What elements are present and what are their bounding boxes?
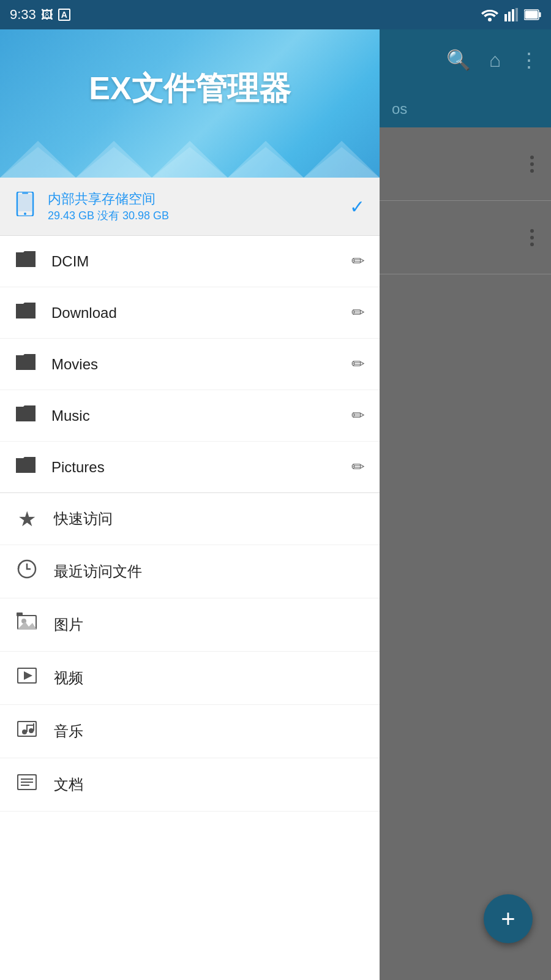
nav-label-photos: 图片	[54, 615, 83, 635]
status-bar: 9:33 🖼 A	[0, 0, 551, 29]
svg-rect-29	[26, 725, 34, 726]
svg-rect-19	[17, 612, 23, 616]
folder-icon-download	[15, 301, 37, 325]
time-display: 9:33	[10, 7, 36, 23]
right-topbar: 🔍 ⌂ ⋮	[380, 29, 551, 91]
nav-label-music: 音乐	[54, 722, 83, 741]
photos-icon	[15, 612, 39, 638]
edit-icon-pictures[interactable]: ✏	[351, 458, 365, 477]
edit-icon-download[interactable]: ✏	[351, 303, 365, 322]
folder-item-dcim[interactable]: DCIM ✏	[0, 236, 380, 287]
storage-detail: 29.43 GB 没有 30.98 GB	[48, 208, 337, 223]
folder-item-pictures[interactable]: Pictures ✏	[0, 442, 380, 492]
documents-icon	[15, 772, 39, 797]
storage-name: 内部共享存储空间	[48, 190, 337, 208]
nav-item-photos[interactable]: 图片	[0, 598, 380, 652]
more-dots-1[interactable]	[525, 151, 539, 178]
gray-area	[380, 127, 551, 980]
folder-item-movies[interactable]: Movies ✏	[0, 339, 380, 390]
svg-rect-13	[22, 193, 28, 194]
folder-list: DCIM ✏ Download ✏ Movies ✏	[0, 236, 380, 493]
history-icon	[15, 559, 39, 584]
svg-rect-28	[33, 723, 34, 731]
nav-label-recent: 最近访问文件	[54, 562, 142, 581]
music-icon	[15, 718, 39, 744]
nav-item-recent[interactable]: 最近访问文件	[0, 545, 380, 598]
svg-rect-11	[18, 194, 32, 211]
folder-item-music[interactable]: Music ✏	[0, 390, 380, 442]
nav-item-documents[interactable]: 文档	[0, 758, 380, 812]
storage-info: 内部共享存储空间 29.43 GB 没有 30.98 GB	[48, 190, 337, 223]
svg-point-0	[488, 18, 492, 21]
folder-icon-pictures	[15, 455, 37, 479]
svg-point-26	[29, 728, 34, 733]
nav-label-quick-access: 快速访问	[54, 509, 113, 529]
folder-icon-music	[15, 404, 37, 428]
svg-rect-34	[21, 785, 29, 786]
home-icon[interactable]: ⌂	[489, 49, 501, 72]
svg-rect-33	[21, 782, 33, 783]
status-bar-right	[481, 8, 541, 21]
svg-rect-2	[508, 12, 511, 21]
more-dots-2[interactable]	[525, 224, 539, 251]
svg-rect-1	[504, 14, 507, 21]
subtitle-text: os	[392, 100, 407, 118]
nav-list: ★ 快速访问 最近访问文件	[0, 493, 380, 980]
edit-icon-music[interactable]: ✏	[351, 406, 365, 425]
app-title: EX文件管理器	[89, 67, 290, 110]
wifi-icon	[481, 8, 498, 21]
folder-name-pictures: Pictures	[51, 459, 337, 476]
nav-label-documents: 文档	[54, 775, 83, 794]
svg-point-12	[24, 213, 26, 215]
storage-item[interactable]: 内部共享存储空间 29.43 GB 没有 30.98 GB ✓	[0, 178, 380, 236]
gray-list-item-1	[380, 127, 551, 201]
search-icon[interactable]: 🔍	[446, 48, 471, 72]
text-icon: A	[58, 9, 70, 21]
nav-item-quick-access[interactable]: ★ 快速访问	[0, 493, 380, 545]
folder-name-dcim: DCIM	[51, 253, 337, 270]
drawer: EX文件管理器 内部共享存储空间 29.43 GB 没有 30.98 GB ✓	[0, 0, 380, 980]
status-bar-left: 9:33 🖼 A	[10, 7, 70, 23]
fab-button[interactable]: +	[484, 894, 533, 943]
header-decoration	[0, 129, 380, 178]
nav-item-music[interactable]: 音乐	[0, 705, 380, 758]
subtitle-bar: os	[380, 91, 551, 127]
edit-icon-movies[interactable]: ✏	[351, 355, 365, 374]
videos-icon	[15, 665, 39, 691]
folder-icon-movies	[15, 352, 37, 376]
folder-name-music: Music	[51, 407, 337, 424]
svg-rect-6	[539, 12, 541, 17]
star-icon: ★	[15, 507, 39, 531]
folder-icon-dcim	[15, 249, 37, 273]
folder-name-download: Download	[51, 304, 337, 322]
storage-check-icon: ✓	[350, 196, 365, 217]
svg-rect-32	[21, 778, 33, 780]
photo-icon: 🖼	[41, 8, 53, 22]
svg-point-25	[22, 729, 27, 734]
folder-item-download[interactable]: Download ✏	[0, 287, 380, 339]
nav-label-videos: 视频	[54, 668, 83, 688]
nav-item-videos[interactable]: 视频	[0, 652, 380, 705]
more-icon[interactable]: ⋮	[519, 48, 539, 72]
edit-icon-dcim[interactable]: ✏	[351, 252, 365, 271]
fab-icon: +	[501, 905, 515, 933]
svg-rect-3	[512, 9, 514, 21]
svg-marker-9	[0, 147, 380, 178]
gray-list-item-2	[380, 201, 551, 274]
battery-icon	[524, 9, 541, 20]
svg-rect-4	[515, 8, 518, 21]
storage-device-icon	[15, 192, 36, 221]
signal-icon	[504, 8, 518, 21]
folder-name-movies: Movies	[51, 356, 337, 373]
svg-rect-7	[525, 11, 538, 19]
